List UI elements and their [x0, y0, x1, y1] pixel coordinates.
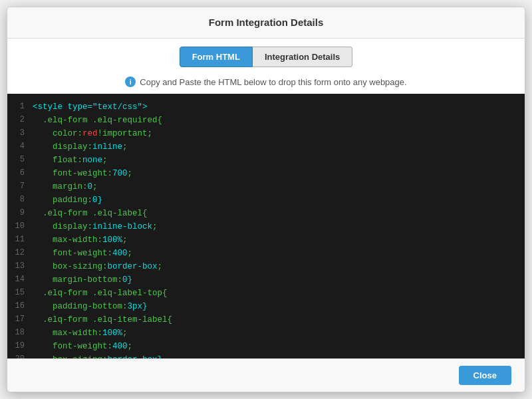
modal-header: Form Integration Details — [7, 7, 525, 39]
code-line: 20 box-sizing:border-box} — [7, 353, 525, 358]
line-content: font-weight:700; — [33, 167, 132, 180]
close-button[interactable]: Close — [459, 366, 511, 385]
line-content: color:red!important; — [33, 127, 152, 140]
line-number: 15 — [14, 287, 33, 299]
line-number: 6 — [14, 167, 33, 180]
tab-integration-details[interactable]: Integration Details — [253, 47, 352, 67]
code-line: 13 box-sizing:border-box; — [7, 260, 525, 273]
code-line: 12 font-weight:400; — [7, 247, 525, 260]
line-number: 13 — [14, 260, 33, 273]
line-number: 5 — [14, 154, 33, 166]
line-number: 9 — [14, 207, 33, 219]
code-line: 8 padding:0} — [7, 194, 525, 207]
line-number: 12 — [14, 247, 33, 259]
code-line: 15 .elq-form .elq-label-top{ — [7, 287, 525, 300]
line-content: .elq-form .elq-required{ — [33, 114, 162, 127]
info-icon: i — [125, 76, 136, 87]
code-line: 4 display:inline; — [7, 140, 525, 154]
line-content: display:inline; — [33, 140, 128, 154]
line-number: 11 — [14, 233, 33, 246]
line-number: 10 — [14, 220, 33, 233]
line-content: .elq-form .elq-label{ — [33, 207, 148, 220]
code-line: 6 font-weight:700; — [7, 167, 525, 180]
line-number: 16 — [14, 300, 33, 313]
code-line: 16 padding-bottom:3px} — [7, 300, 525, 313]
line-number: 1 — [14, 100, 33, 113]
line-content: display:inline-block; — [33, 220, 158, 233]
code-line: 9 .elq-form .elq-label{ — [7, 207, 525, 220]
code-line: 5 float:none; — [7, 154, 525, 167]
modal-footer: Close — [7, 358, 525, 392]
tab-form-html[interactable]: Form HTML — [180, 47, 253, 67]
modal-container: Form Integration Details Form HTML Integ… — [7, 7, 525, 392]
line-content: .elq-form .elq-label-top{ — [33, 287, 168, 300]
info-text: Copy and Paste the HTML below to drop th… — [140, 77, 406, 87]
line-content: max-width:100%; — [33, 327, 128, 340]
code-line: 18 max-width:100%; — [7, 327, 525, 340]
line-content: float:none; — [33, 154, 108, 167]
code-line: 7 margin:0; — [7, 180, 525, 194]
line-number: 3 — [14, 127, 33, 140]
line-content: max-width:100%; — [33, 233, 128, 247]
line-content: <style type="text/css"> — [33, 100, 148, 114]
line-number: 2 — [14, 114, 33, 126]
code-line: 14 margin-bottom:0} — [7, 273, 525, 287]
line-content: margin:0; — [33, 180, 98, 194]
line-content: margin-bottom:0} — [33, 273, 132, 287]
line-content: padding:0} — [33, 194, 102, 207]
code-line: 11 max-width:100%; — [7, 233, 525, 247]
line-content: font-weight:400; — [33, 340, 132, 353]
line-number: 7 — [14, 180, 33, 193]
code-line: 3 color:red!important; — [7, 127, 525, 140]
tab-bar: Form HTML Integration Details — [7, 39, 525, 72]
line-number: 14 — [14, 273, 33, 286]
line-content: box-sizing:border-box; — [33, 260, 162, 273]
line-number: 20 — [14, 353, 33, 358]
line-number: 18 — [14, 327, 33, 339]
code-line: 19 font-weight:400; — [7, 340, 525, 353]
code-area[interactable]: 1<style type="text/css">2 .elq-form .elq… — [7, 94, 525, 358]
code-line: 1<style type="text/css"> — [7, 100, 525, 114]
code-line: 2 .elq-form .elq-required{ — [7, 114, 525, 127]
line-number: 17 — [14, 313, 33, 326]
line-number: 19 — [14, 340, 33, 352]
line-content: padding-bottom:3px} — [33, 300, 148, 313]
info-bar: i Copy and Paste the HTML below to drop … — [7, 72, 525, 94]
line-content: font-weight:400; — [33, 247, 132, 260]
line-content: .elq-form .elq-item-label{ — [33, 313, 172, 327]
code-line: 10 display:inline-block; — [7, 220, 525, 233]
modal-title: Form Integration Details — [209, 17, 324, 28]
line-number: 8 — [14, 194, 33, 206]
line-content: box-sizing:border-box} — [33, 353, 162, 358]
code-line: 17 .elq-form .elq-item-label{ — [7, 313, 525, 327]
line-number: 4 — [14, 140, 33, 153]
